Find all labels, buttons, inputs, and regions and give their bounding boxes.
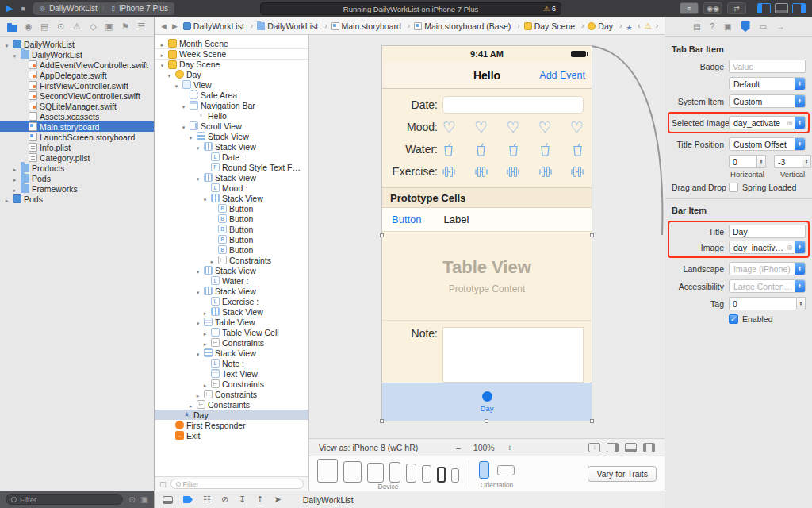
image-combo[interactable]: day_inactivate ◎: [729, 241, 806, 254]
disclosure-icon[interactable]: [209, 256, 216, 265]
hide-outline-icon[interactable]: ◫: [159, 480, 167, 488]
outline-row[interactable]: Mood :: [155, 183, 308, 193]
version-editor-button[interactable]: ⇄: [727, 2, 746, 14]
outline-row[interactable]: Day: [155, 69, 308, 79]
connections-inspector-icon[interactable]: →: [776, 22, 784, 31]
storyboard-canvas[interactable]: 9:41 AM Hello Add Event Date: Mood:: [309, 35, 665, 438]
iphone-se-icon[interactable]: [451, 468, 459, 483]
disclosure-icon[interactable]: [194, 318, 201, 327]
stepper-arrows-icon[interactable]: [757, 155, 766, 168]
file-row[interactable]: DailyWorkList: [0, 49, 154, 60]
stepper-arrows-icon[interactable]: [802, 155, 811, 168]
breakpoint-navigator-icon[interactable]: ⚑: [121, 21, 131, 32]
landscape-select[interactable]: Image (iPhone): [729, 262, 806, 275]
cup-icon[interactable]: [475, 142, 487, 157]
file-row[interactable]: LaunchScreen.storyboard: [0, 132, 154, 142]
outline-row[interactable]: Stack View: [155, 131, 308, 141]
outline-row[interactable]: Navigation Bar: [155, 100, 308, 110]
zoom-in-button[interactable]: +: [508, 443, 512, 452]
vertical-value[interactable]: -3: [774, 155, 802, 168]
outline-row[interactable]: First Responder: [155, 420, 308, 430]
outline-row[interactable]: Hello: [155, 110, 308, 121]
dumbbell-icon[interactable]: [442, 165, 455, 179]
file-inspector-icon[interactable]: ▤: [693, 22, 700, 31]
forward-icon[interactable]: ▶: [172, 22, 178, 30]
heart-icon[interactable]: [474, 120, 488, 135]
issues-badge[interactable]: ⚠ 6: [543, 5, 556, 13]
outline-row[interactable]: Week Scene: [155, 48, 308, 59]
disclosure-icon[interactable]: [11, 184, 18, 194]
badge-input[interactable]: Value: [729, 60, 806, 73]
view-as-button[interactable]: View as: iPhone 8 (wC hR): [319, 443, 418, 452]
outline-row[interactable]: Table View Cell: [155, 327, 308, 337]
disclosure-icon[interactable]: [187, 400, 194, 410]
file-row[interactable]: Info.plist: [0, 142, 154, 152]
file-row[interactable]: Pods: [0, 194, 154, 204]
title-input[interactable]: Day: [729, 225, 806, 238]
issue-navigator-icon[interactable]: ⚠: [72, 21, 82, 32]
update-frames-icon[interactable]: ↓: [588, 443, 600, 452]
file-row[interactable]: Assets.xcassets: [0, 111, 154, 121]
disclosure-icon[interactable]: [201, 307, 209, 317]
outline-row[interactable]: Date :: [155, 152, 308, 162]
tab-bar[interactable]: Day: [382, 383, 592, 421]
outline-row[interactable]: Stack View: [155, 306, 308, 317]
disclosure-icon[interactable]: [194, 348, 201, 358]
enabled-checkbox[interactable]: [729, 314, 738, 324]
recents-filter-icon[interactable]: ⊙: [128, 495, 135, 504]
file-row[interactable]: SecondViewController.swift: [0, 90, 154, 101]
find-navigator-icon[interactable]: ⊙: [56, 21, 66, 32]
scheme-selector[interactable]: ◎ DailyWorkList 〉 ▯ iPhone 7 Plus: [33, 2, 174, 15]
title-position-select[interactable]: Custom Offset: [729, 137, 806, 151]
disclosure-icon[interactable]: [180, 121, 187, 131]
outline-row[interactable]: Stack View: [155, 286, 308, 296]
disclosure-icon[interactable]: [201, 338, 209, 348]
dumbbell-icon[interactable]: [571, 165, 584, 179]
breadcrumb-item[interactable]: DailyWorkList: [183, 21, 257, 31]
disclosure-icon[interactable]: [159, 49, 166, 59]
outline-row[interactable]: Constraints: [155, 255, 308, 265]
disclosure-icon[interactable]: [166, 70, 173, 79]
disable-icon[interactable]: ⊘: [221, 495, 228, 505]
badge-color-select[interactable]: Default: [729, 77, 806, 90]
disclosure-icon[interactable]: [194, 287, 201, 296]
breadcrumb-item[interactable]: Main.storyboard: [331, 21, 415, 31]
breadcrumb-item[interactable]: Day Scene: [524, 21, 588, 31]
symbol-navigator-icon[interactable]: ▤: [40, 21, 50, 32]
toggle-debug-area-icon[interactable]: [775, 3, 788, 13]
dumbbell-icon[interactable]: [507, 165, 519, 179]
size-inspector-icon[interactable]: ▭: [760, 22, 767, 31]
file-row[interactable]: Main.storyboard: [0, 121, 154, 132]
navigator-filter-input[interactable]: Filter: [6, 494, 123, 505]
breadcrumb-item[interactable]: DailyWorkList: [257, 21, 331, 31]
align-icon[interactable]: [625, 443, 637, 452]
heart-icon[interactable]: [442, 120, 456, 135]
accessibility-select[interactable]: Large Content Size Image: [729, 279, 806, 293]
toggle-inspector-icon[interactable]: [792, 3, 806, 13]
outline-row[interactable]: Stack View: [155, 348, 308, 358]
disclosure-icon[interactable]: [3, 194, 10, 204]
add-event-button[interactable]: Add Event: [539, 70, 585, 81]
heart-icon[interactable]: [570, 120, 584, 135]
disclosure-icon[interactable]: [194, 390, 201, 399]
cup-icon[interactable]: [442, 142, 454, 157]
disclosure-icon[interactable]: [194, 142, 201, 152]
outline-row[interactable]: Button: [155, 224, 308, 234]
disclosure-icon[interactable]: [201, 328, 209, 337]
outline-row[interactable]: Button: [155, 203, 308, 214]
outline-row[interactable]: Month Scene: [155, 38, 308, 48]
breakpoints-icon[interactable]: [183, 496, 193, 503]
identity-inspector-icon[interactable]: ▣: [724, 22, 731, 31]
step-out-icon[interactable]: ↥: [256, 495, 263, 505]
outline-row[interactable]: Constraints: [155, 399, 308, 410]
view-controller-canvas[interactable]: 9:41 AM Hello Add Event Date: Mood:: [382, 46, 592, 421]
date-field[interactable]: [442, 96, 584, 114]
tab-item-icon[interactable]: [482, 391, 492, 402]
vertical-stepper[interactable]: -3: [774, 155, 811, 168]
table-view-placeholder[interactable]: Table View Prototype Content: [382, 232, 592, 321]
outline-filter-input[interactable]: Filter: [170, 479, 304, 489]
file-row[interactable]: AppDelegate.swift: [0, 70, 154, 80]
file-row[interactable]: FirstViewController.swift: [0, 80, 154, 90]
disclosure-icon[interactable]: [159, 39, 166, 48]
disclosure-icon[interactable]: [187, 132, 194, 141]
